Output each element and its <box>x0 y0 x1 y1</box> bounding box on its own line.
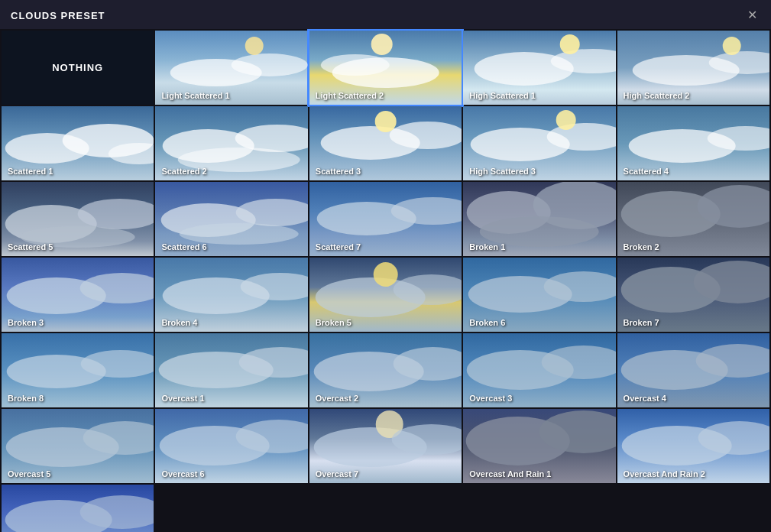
preset-label: Scattered 1 <box>8 167 53 176</box>
preset-item-broken-2[interactable]: Broken 2 <box>617 182 769 256</box>
preset-item-broken-7[interactable]: Broken 7 <box>617 258 769 332</box>
svg-point-4 <box>320 54 389 76</box>
dialog-header: CLOUDS PRESET ✕ <box>0 0 771 29</box>
preset-item-overcast-7[interactable]: Overcast 7 <box>309 409 462 483</box>
preset-label: Overcast 6 <box>161 469 204 478</box>
preset-item-nothing[interactable]: NOTHING <box>2 31 154 105</box>
preset-label: Overcast 3 <box>469 394 512 403</box>
svg-point-1 <box>232 54 308 76</box>
dialog-title: CLOUDS PRESET <box>11 10 105 21</box>
preset-item-broken-1[interactable]: Broken 1 <box>463 182 615 256</box>
preset-item-light-scattered-1[interactable]: Light Scattered 1 <box>155 31 307 105</box>
svg-point-31 <box>180 223 299 245</box>
preset-item-scattered-2[interactable]: Scattered 2 <box>155 106 307 180</box>
preset-item-scattered-3[interactable]: Scattered 3 <box>309 106 462 180</box>
preset-label: Light Scattered 1 <box>161 91 229 100</box>
preset-label: Scattered 6 <box>161 242 206 251</box>
svg-point-8 <box>560 34 580 54</box>
preset-label: Overcast 2 <box>316 394 358 403</box>
preset-item-overcast-3[interactable]: Overcast 3 <box>463 333 615 407</box>
clouds-preset-dialog: CLOUDS PRESET ✕ NOTHINGLight Scattered 1… <box>0 0 771 532</box>
preset-label: High Scattered 1 <box>469 91 536 100</box>
preset-item-light-scattered-2[interactable]: Light Scattered 2 <box>309 31 462 105</box>
preset-item-broken-8[interactable]: Broken 8 <box>2 333 154 407</box>
preset-label: Overcast And Rain 1 <box>469 469 551 478</box>
preset-item-scattered-4[interactable]: Scattered 4 <box>617 106 769 180</box>
preset-label: Overcast 1 <box>161 394 204 403</box>
preset-item-overcast-5[interactable]: Overcast 5 <box>2 409 154 483</box>
preset-label: Light Scattered 2 <box>316 91 384 100</box>
preset-label: Scattered 4 <box>624 167 669 176</box>
preset-item-broken-5[interactable]: Broken 5 <box>309 258 462 332</box>
svg-point-2 <box>245 37 264 55</box>
svg-point-5 <box>371 34 392 55</box>
preset-label: Broken 6 <box>469 318 505 327</box>
cloud-overlay <box>2 485 154 532</box>
preset-item-overcast-6[interactable]: Overcast 6 <box>155 409 307 483</box>
preset-label: Scattered 2 <box>161 167 206 176</box>
preset-item-overcast-2[interactable]: Overcast 2 <box>309 333 462 407</box>
preset-label: Overcast 5 <box>8 469 50 478</box>
preset-label: Broken 3 <box>8 318 44 327</box>
preset-item-overcast-and-rain-2[interactable]: Overcast And Rain 2 <box>617 409 769 483</box>
preset-item-overcast-and-rain-3[interactable]: Overcast And Rain 3 <box>2 485 154 532</box>
preset-label: Broken 5 <box>316 318 351 327</box>
preset-item-broken-4[interactable]: Broken 4 <box>155 258 307 332</box>
preset-item-scattered-1[interactable]: Scattered 1 <box>2 106 154 180</box>
preset-label: Scattered 7 <box>316 242 361 251</box>
nothing-label: NOTHING <box>52 62 103 73</box>
svg-point-20 <box>374 111 396 132</box>
preset-item-broken-6[interactable]: Broken 6 <box>463 258 615 332</box>
preset-item-high-scattered-1[interactable]: High Scattered 1 <box>463 31 615 105</box>
presets-grid: NOTHINGLight Scattered 1Light Scattered … <box>0 29 771 532</box>
svg-point-44 <box>373 262 397 287</box>
preset-item-scattered-7[interactable]: Scattered 7 <box>309 182 462 256</box>
preset-label: Broken 2 <box>624 242 659 251</box>
presets-grid-container[interactable]: NOTHINGLight Scattered 1Light Scattered … <box>0 29 771 532</box>
close-button[interactable]: ✕ <box>744 8 760 23</box>
preset-item-high-scattered-2[interactable]: High Scattered 2 <box>617 31 769 105</box>
svg-point-11 <box>722 37 740 55</box>
preset-label: High Scattered 3 <box>469 167 536 176</box>
preset-label: Broken 1 <box>469 242 505 251</box>
preset-label: Scattered 5 <box>8 242 53 251</box>
preset-item-broken-3[interactable]: Broken 3 <box>2 258 154 332</box>
preset-label: Overcast 4 <box>624 394 666 403</box>
preset-label: Overcast And Rain 2 <box>624 469 705 478</box>
preset-label: High Scattered 2 <box>624 91 690 100</box>
preset-item-overcast-1[interactable]: Overcast 1 <box>155 333 307 407</box>
preset-item-scattered-6[interactable]: Scattered 6 <box>155 182 307 256</box>
preset-label: Broken 8 <box>8 394 44 403</box>
preset-item-overcast-4[interactable]: Overcast 4 <box>617 333 769 407</box>
preset-item-overcast-and-rain-1[interactable]: Overcast And Rain 1 <box>463 409 615 483</box>
preset-label: Scattered 3 <box>316 167 361 176</box>
preset-item-scattered-5[interactable]: Scattered 5 <box>2 182 154 256</box>
preset-label: Overcast 7 <box>316 469 358 478</box>
preset-label: Broken 4 <box>161 318 197 327</box>
preset-label: Broken 7 <box>624 318 659 327</box>
svg-point-23 <box>556 110 576 130</box>
preset-item-high-scattered-3[interactable]: High Scattered 3 <box>463 106 615 180</box>
